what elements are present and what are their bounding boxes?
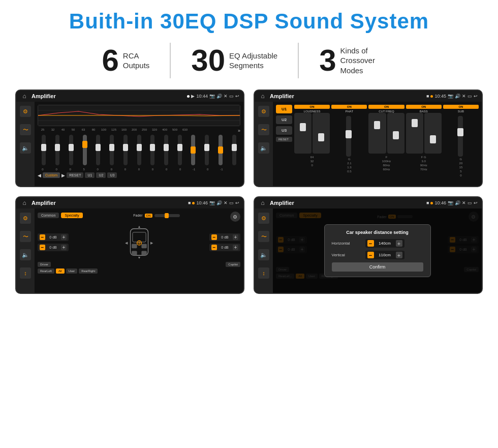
channel-sub: ON SUB G201550 xyxy=(443,105,479,183)
db1-plus[interactable]: + xyxy=(61,234,67,240)
eq-u1-btn[interactable]: U1 xyxy=(85,172,95,178)
status-square-3: ■ xyxy=(188,200,191,205)
db4-plus[interactable]: + xyxy=(233,245,238,250)
confirm-button[interactable]: Confirm xyxy=(332,262,423,272)
u3-select-btn[interactable]: U3 xyxy=(276,126,292,135)
freq-200: 200 xyxy=(129,128,139,133)
eq-icon-4[interactable]: ⚙ xyxy=(258,213,269,224)
stat-eq-label: EQ AdjustableSegments xyxy=(229,51,277,71)
driver-btn[interactable]: Driver xyxy=(38,262,51,267)
slider-8[interactable] xyxy=(133,135,145,166)
eq-reset-btn[interactable]: RESET xyxy=(67,172,83,178)
more-icon[interactable]: » xyxy=(238,128,240,133)
fader-slider[interactable] xyxy=(154,214,180,217)
prev-arrow[interactable]: ◀ xyxy=(38,173,41,178)
next-arrow[interactable]: ▶ xyxy=(61,173,65,178)
eq-u2-btn[interactable]: U2 xyxy=(96,172,106,178)
vertical-plus[interactable]: + xyxy=(396,252,402,258)
speaker-icon-4[interactable]: 🔈 xyxy=(258,249,269,260)
screenshots-grid: ⌂ Amplifier ▶ 10:44 📷 🔊 ✕ ▭ ↩ ⚙ 〜 🔈 xyxy=(15,89,483,294)
phat-vals: G2.11.30.5 xyxy=(347,158,351,173)
slider-1[interactable] xyxy=(38,135,50,166)
slider-5[interactable] xyxy=(92,135,105,166)
horizontal-minus[interactable]: − xyxy=(367,240,374,247)
eq-u3-btn[interactable]: U3 xyxy=(107,172,117,178)
slider-9[interactable] xyxy=(146,135,159,166)
settings-icon[interactable]: ⚙ xyxy=(230,212,240,222)
svg-rect-9 xyxy=(141,251,147,256)
status-dot-3 xyxy=(192,202,195,204)
eq-graph xyxy=(38,105,240,126)
slider-12[interactable] xyxy=(187,135,200,166)
wave-icon-1[interactable]: 〜 xyxy=(20,124,31,135)
eq-icon-2[interactable]: ⚙ xyxy=(258,106,269,117)
u1-select-btn[interactable]: U1 xyxy=(276,105,292,113)
db3-minus[interactable]: − xyxy=(211,234,217,240)
status-square-4: ■ xyxy=(426,200,429,205)
svg-rect-8 xyxy=(132,251,137,256)
speaker-icon-2[interactable]: 🔈 xyxy=(258,142,269,154)
slider-11[interactable] xyxy=(173,135,186,166)
car-area: − 0 dB + − 0 dB + xyxy=(38,224,240,260)
slider-15[interactable] xyxy=(228,135,240,166)
rearright-btn[interactable]: RearRight xyxy=(79,268,98,274)
slider-2[interactable] xyxy=(51,135,64,166)
eq-bottom-bar: ◀ Custom ▶ RESET U1 U2 U3 xyxy=(38,172,240,178)
wave-icon-2[interactable]: 〜 xyxy=(258,124,269,135)
speaker-icon-3[interactable]: 🔈 xyxy=(20,249,31,260)
eq-icon-3[interactable]: ⚙ xyxy=(20,213,31,224)
arrows-icon-3[interactable]: ↕ xyxy=(20,267,31,279)
slider-4[interactable] xyxy=(78,135,91,166)
dialog-box: Car speaker distance setting Horizontal … xyxy=(324,224,431,277)
cam-icon-2: 📷 xyxy=(448,94,453,99)
speaker-icon-1[interactable]: 🔈 xyxy=(20,142,31,154)
slider-13[interactable] xyxy=(201,135,213,166)
fader-on[interactable]: ON xyxy=(145,214,152,218)
copilot-btn[interactable]: Copilot xyxy=(226,262,240,267)
all-btn[interactable]: All xyxy=(56,268,65,274)
bass-on[interactable]: ON xyxy=(406,105,442,109)
u2-select-btn[interactable]: U2 xyxy=(276,115,292,124)
eq-custom-btn[interactable]: Custom xyxy=(43,172,60,178)
loudness-on[interactable]: ON xyxy=(294,105,330,109)
slider-6[interactable] xyxy=(106,135,118,166)
channel-loudness: ON LOUDNESS 64320 xyxy=(294,105,330,183)
car-svg: ◀ ▶ ▲ ▼ xyxy=(121,224,157,260)
eq-icon-1[interactable]: ⚙ xyxy=(20,106,31,117)
stat-eq: 30 EQ AdjustableSegments xyxy=(171,45,298,76)
app-title-1: Amplifier xyxy=(32,93,184,99)
vol-icon: 🔊 xyxy=(216,94,222,99)
db2-plus[interactable]: + xyxy=(61,245,67,250)
cutfreq-on[interactable]: ON xyxy=(368,105,404,109)
vol-icon-2: 🔊 xyxy=(455,94,460,99)
phat-on[interactable]: ON xyxy=(331,105,367,109)
db1-minus[interactable]: − xyxy=(40,234,45,240)
dev-main-1: 25 32 40 50 63 80 100 125 160 200 250 32… xyxy=(35,102,243,186)
horizontal-plus[interactable]: + xyxy=(396,240,402,247)
rearleft-btn[interactable]: RearLeft xyxy=(38,268,54,274)
horizontal-value: 140cm xyxy=(376,241,394,246)
play-icon: ▶ xyxy=(191,94,195,99)
db3-plus[interactable]: + xyxy=(233,234,238,240)
x-icon-3: ✕ xyxy=(224,200,228,205)
db2-minus[interactable]: − xyxy=(40,245,45,250)
left-db-controls: − 0 dB + − 0 dB + xyxy=(38,233,69,251)
common-tab[interactable]: Common xyxy=(38,213,59,218)
slider-14[interactable] xyxy=(214,135,227,166)
wave-icon-4[interactable]: 〜 xyxy=(258,231,269,242)
slider-3[interactable] xyxy=(65,135,77,166)
db4-minus[interactable]: − xyxy=(211,245,217,250)
status-icons-1: ▶ 10:44 📷 🔊 ✕ ▭ ↩ xyxy=(187,94,239,99)
page-container: Buith-in 30EQ DSP Sound System 6 RCAOutp… xyxy=(0,0,498,448)
u-reset-btn[interactable]: RESET xyxy=(276,137,292,142)
slider-7[interactable] xyxy=(119,135,132,166)
specialty-tab[interactable]: Specialty xyxy=(61,213,82,218)
sub-vals: G201550 xyxy=(459,158,463,177)
arrows-icon-4[interactable]: ↕ xyxy=(258,267,269,279)
wave-icon-3[interactable]: 〜 xyxy=(20,231,31,242)
cam-icon-3: 📷 xyxy=(209,200,215,205)
slider-10[interactable] xyxy=(160,135,173,166)
vertical-minus[interactable]: − xyxy=(367,252,374,258)
user-btn[interactable]: User xyxy=(66,268,78,274)
sub-on[interactable]: ON xyxy=(443,105,479,109)
